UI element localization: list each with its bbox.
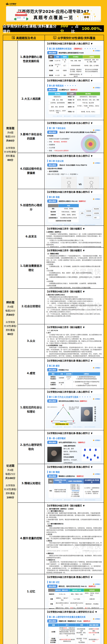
bullet-list-with-diagram: 影响因素：布朗芬布伦纳的“生态系统理论”学校教师威信、教师期待同辈群体大众传媒家… [47, 134, 101, 153]
table-row: 创造性相关的非智力性因素 [48, 220, 79, 222]
question-type-section: 简答题共6题每题10分共60分众学简快针对性课程/资料覆盖60分1.弗洛伊德的心… [3, 41, 104, 248]
course-header-toggle[interactable]: 【众学简快26级江西专《高分秘籍》】▼ [46, 325, 102, 329]
stick-figure [67, 181, 71, 184]
course-header-toggle[interactable]: 【众学简快26级江西专强化课-人格心理学2】▼ [46, 78, 102, 83]
table-cell: 看出相距很远的概念之间关系 [58, 216, 79, 220]
course-header-toggle[interactable]: 【众学简快26级江西专强化课-心理学研究方法1】▼ [46, 610, 102, 614]
key-point-badge: 重难点精讲 [47, 368, 57, 371]
course-header-toggle[interactable]: 【众学简快26级江西专强化课-普通心理学2】▼ [46, 190, 102, 194]
section-coverage-text: 针对性课程/ [4, 150, 16, 154]
course-header-toggle[interactable]: 【众学简快26级江西专《高分秘籍》】▼ [46, 289, 102, 294]
table-cell: 想象 [48, 207, 58, 210]
course-header-toggle[interactable]: 【众学简快26级江西专强化课-人格心理学1】▼ [46, 41, 102, 46]
table-cell: 潜伏 [61, 73, 68, 78]
table-cell: 利用已知信息，了解概念 [58, 210, 79, 214]
cartoon-panel: 看自己迟到真倒霉，路上太堵了，闹钟没响，迟到了… [84, 176, 99, 189]
table-row: 远距离联想能力看出相距很远的概念之间关系 [48, 216, 79, 220]
bullet-list: 影响因素：布朗芬布伦纳的“生态系统理论”学校教师威信、教师期待同辈群体大众传媒家… [47, 134, 80, 153]
exam-point-cell: 2.（1）变量 [18, 609, 44, 644]
course-header-toggle[interactable]: 【众学简快26级江西专强化课-人格心理学3】▼ [46, 390, 102, 394]
doc-line: 5.匹配法P35 [46, 559, 102, 561]
slide-brand-logo: 众学简快® [93, 198, 101, 200]
key-point-badge: 重难点精讲 [47, 130, 57, 134]
table-cell: 肛门 [61, 63, 68, 68]
doc-line: ③归属和爱的需要 [46, 274, 102, 276]
chapter-heading: 第三章 社会认知 [47, 160, 101, 162]
course-header-toggle[interactable]: 【众学简快26级江西专强化课-普通心理学3】▼ [46, 465, 102, 469]
table-col-header: 理论 [48, 478, 53, 484]
table-cell: 时间久、可终身（闪光灯效应） [84, 592, 100, 597]
doc-line: 费斯廷格提出的社会比较理论的基本观点包括： [46, 296, 102, 298]
table-cell [65, 380, 72, 387]
photo-placeholder [47, 447, 62, 462]
course-header-toggle[interactable]: 【众学简快26级江西专强化课-普通心理学1】▼ [46, 358, 102, 363]
slide-footer-slogan: 专注心理学考研 · 圆你名校梦 ｜ 考研人帮考研人 · 我的今天你的明天 [47, 115, 101, 117]
section-coverage-text: 针对性课程/ [4, 324, 16, 328]
section-total-score: 共60分 [6, 138, 14, 143]
doc-line: 3.恒定法 [46, 540, 102, 542]
table-body: 简答题共6题每题10分共60分众学简快针对性课程/资料覆盖60分1.弗洛伊德的心… [3, 41, 104, 644]
slide-brand-logo: 众学简快® [93, 473, 101, 475]
course-slide-card: 第七章 特质流派★ ★ ★ ★ ★众学简快®重难点精讲大五模型P217（高频考点… [46, 83, 102, 118]
key-point-topic: 当代心理学研究取向 P11 （高频考点） [59, 441, 86, 444]
course-header-toggle[interactable]: 【众学简快26级江西专强化课-社会心理学1】▼ [46, 154, 102, 158]
key-point-topic: 大五模型P217（高频考点） [59, 88, 78, 91]
bandura-photo-placeholder [81, 407, 93, 422]
course-header-toggle[interactable]: 【众学简快26级江西专《高分秘籍》】▼ [46, 248, 102, 252]
table-cell: 追求安全感、依赖、咬手指、酗酒、抽烟 [83, 58, 100, 63]
coverage-cell: 【众学简快26级江西专《高分秘籍》】▼众学简快考研人帮考研人3.通过与他人比较来… [44, 289, 104, 324]
table-row: 2.当代心理学研究取向【众学简快26级江西专强化课-普通心理学1】▼第一章 心理… [18, 430, 104, 464]
section-total-score: 共100分 [5, 476, 15, 480]
chapter-accent-bar [47, 196, 48, 198]
table-row: 1.记忆【众学简快26级江西专强化课-普通心理学2】▼第六章 记忆众学简快®重难… [18, 574, 104, 609]
exam-point-cell: 2.大五人格因素 [18, 78, 44, 120]
table-col-header: 感觉记忆（瞬时记忆） [55, 588, 70, 592]
doc-line: 被试的任务是向实验者指出比较线段中哪条线段，与标准线段一样长。实验时，共有7名被… [46, 353, 102, 358]
table-cell: 容量无限 [84, 597, 100, 602]
key-point-topic: 感觉记忆、短时记忆和长时记忆 P46-51 （高频考点） [59, 584, 97, 588]
table-row: 情绪波动较小神经质（N）经常感到忧伤，情绪大幅波动 [48, 96, 100, 98]
table-col-header: 人物 [58, 372, 65, 376]
key-point-badge: 重难点精讲 [47, 164, 57, 166]
doc-line: （2）权益从众：指个体虽然行为上表现得和群体一致，但是内心并不完全认同群体的看法… [46, 340, 102, 344]
tree-node: 幻想 [93, 216, 100, 219]
course-header-toggle[interactable]: 【众学简快26级江西专强化课-普通心理学1】▼ [46, 431, 102, 435]
imagination-tree-diagram: 想象有意想象无意想象再造想象创造想象幻想 [80, 207, 101, 219]
tree-node: 再造想象 [93, 207, 100, 210]
chapter-title: 第七章 思维 [49, 196, 60, 198]
table-cell: 情绪产生的基本过程 刺激情境-评估-情绪 [53, 484, 67, 498]
table-cell: 由操纵自变量引起的被试的某种特定反应 [58, 637, 76, 644]
chapter-heading: 第二章 个体社会化 [47, 126, 101, 130]
doc-line: 卡尼曼认为人在决策时采用的启发策略主要有以下三种。 [46, 240, 102, 242]
table-cell: 口唇期 [48, 58, 54, 63]
table-cell: 很短，不超过一分钟 [70, 592, 84, 597]
section-title: 辨析题 [6, 300, 14, 305]
chapter-heading: 第十章 情绪 [47, 470, 101, 473]
table-cell: 远距离联想能力 [48, 216, 58, 220]
table-row: 性器期3-6岁性器官恋母情结、阉割焦虑 恋父情结、阴茎妒忌男生会对女生非常粗暴 … [48, 68, 100, 73]
chapter-heading: 第一章 心理学概述 [47, 437, 101, 440]
exam-point-cell: 6.启发法 [18, 226, 44, 247]
stat-segment: 300分 [60, 24, 71, 33]
doc-line: 4.随机化法 [46, 552, 102, 555]
course-header-toggle[interactable]: 【众学简快26级江西专强化课-普通心理学2】▼ [46, 575, 102, 579]
attribution-text: 归因过程中的主要偏差：➢ 基本归因错误：对他人的行为归因：内因/个人 √；外因/… [47, 167, 101, 176]
table-cell: 潜伏期 [48, 73, 54, 78]
table-cell: 秩序感、固执；过于慷慨 [83, 63, 100, 68]
key-point-row: 重难点精讲【热点2】影响个体社会化的主要因素 P245/书本P47 [47, 130, 101, 134]
slide-brand-logo: 众学简快® [93, 87, 101, 88]
table-cell: 任务/刺激变量：噪声 被试变量：性别、身高 [76, 627, 88, 637]
table-row: 想象形象性、新颖性 [48, 207, 79, 210]
coverage-cell: 【众学简快26级江西专强化课-社会心理学1】▼第二章 个体社会化众学简快®重难点… [44, 120, 104, 153]
exam-point-cell: 1.马斯洛需要层次理论 [18, 248, 44, 288]
section-title: 简答题 [6, 126, 14, 131]
course-header-toggle[interactable]: 【众学简快26级江西专《高分秘籍》】▼ [46, 503, 102, 508]
chapter-accent-bar [47, 364, 48, 367]
course-header-toggle[interactable]: 【众学简快26级江西专强化课-社会心理学1】▼ [46, 121, 102, 125]
doc-line: 自我实现需要是指确认真实的自我，并充分挖掘自己的潜能的需要。 [46, 287, 102, 288]
key-point-row: 重难点精讲班杜拉的社会认知理论 P232 (高频考点) [47, 400, 101, 402]
key-point-badge: 重难点精讲 [47, 620, 57, 622]
key-point-badge: 重难点精讲 [47, 474, 57, 478]
table-col-header [48, 204, 58, 207]
course-header-toggle[interactable]: 【众学简快26级江西专《高分秘籍》】▼ [46, 226, 102, 231]
